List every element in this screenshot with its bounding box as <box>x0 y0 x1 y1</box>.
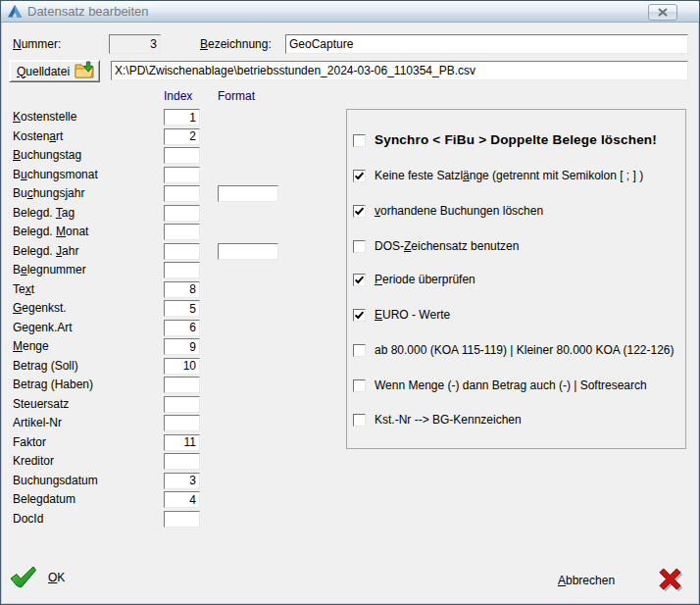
field-row: Steuersatz <box>1 395 346 415</box>
field-label: DocId <box>13 512 43 526</box>
field-label: Buchungsmonat <box>13 168 98 181</box>
field-label: Belegd. Monat <box>13 225 88 238</box>
cancel-x-icon[interactable] <box>656 567 684 593</box>
checkbox-row[interactable]: Wenn Menge (-) dann Betrag auch (-) | So… <box>353 379 647 392</box>
checkbox-label[interactable]: EURO - Werte <box>375 309 450 322</box>
field-row: Belegdatum <box>1 490 346 510</box>
cancel-label[interactable]: Abbrechen <box>558 574 615 587</box>
field-row: Buchungsjahr <box>1 184 346 204</box>
quelldatei-button-label: Quelldatei <box>17 65 70 78</box>
index-input[interactable] <box>164 473 200 489</box>
checkbox-label[interactable]: Wenn Menge (-) dann Betrag auch (-) | So… <box>375 379 647 392</box>
field-mapping-list: Kostenstelle Kostenart Buchungstag Buchu… <box>1 108 346 529</box>
field-row: Buchungsmonat <box>1 166 346 185</box>
checkbox-row[interactable]: Keine feste Satzlänge (getrennt mit Semi… <box>353 170 643 182</box>
field-label: Artikel-Nr <box>13 416 62 429</box>
field-row: Buchungsdatum <box>1 472 346 491</box>
checkbox-label[interactable]: Kst.-Nr --> BG-Kennzeichen <box>375 414 522 427</box>
checkbox-row[interactable]: DOS-Zeichensatz benutzen <box>353 240 519 253</box>
index-input[interactable] <box>164 109 200 126</box>
quelldatei-button[interactable]: Quelldatei <box>9 60 100 82</box>
index-input[interactable] <box>164 434 200 451</box>
ok-button[interactable]: OK <box>9 566 65 589</box>
checkbox-row[interactable]: vorhandene Buchungen löschen <box>353 205 543 218</box>
checkbox-label[interactable]: vorhandene Buchungen löschen <box>375 205 543 218</box>
field-label: Kostenart <box>13 129 63 143</box>
checkbox[interactable] <box>353 274 366 286</box>
index-input[interactable] <box>164 243 200 260</box>
field-label: Belegd. Tag <box>13 206 75 220</box>
checkbox[interactable] <box>353 344 366 357</box>
index-input[interactable] <box>164 358 200 375</box>
index-input[interactable] <box>164 185 200 202</box>
dialog-window: Datensatz bearbeiten Nummer: Bezeichnung… <box>0 0 700 605</box>
index-input[interactable] <box>164 491 200 508</box>
close-icon <box>657 5 669 20</box>
field-label: Gegenk.Art <box>13 321 73 334</box>
field-label: Kostenstelle <box>13 110 76 124</box>
index-input[interactable] <box>164 396 200 413</box>
field-label: Buchungstag <box>13 148 81 162</box>
field-row: Faktor <box>1 433 346 453</box>
checkbox-row[interactable]: Kst.-Nr --> BG-Kennzeichen <box>353 414 522 427</box>
field-row: Betrag (Soll) <box>1 357 346 377</box>
ok-label[interactable]: OK <box>48 571 65 584</box>
index-input[interactable] <box>164 320 200 336</box>
checkbox-row[interactable]: EURO - Werte <box>353 309 450 322</box>
index-input[interactable] <box>164 415 200 431</box>
index-input[interactable] <box>164 224 200 240</box>
field-row: Menge <box>1 337 346 357</box>
checkbox[interactable] <box>353 134 366 147</box>
ok-checkmark-icon[interactable] <box>9 566 36 589</box>
field-row: Belegd. Jahr <box>1 242 346 262</box>
index-input[interactable] <box>164 281 200 298</box>
index-input[interactable] <box>164 338 200 355</box>
field-row: DocId <box>1 510 346 529</box>
field-label: Faktor <box>13 435 46 449</box>
format-input[interactable] <box>218 243 278 260</box>
index-input[interactable] <box>164 511 200 528</box>
field-label: Betrag (Soll) <box>13 359 78 373</box>
index-input[interactable] <box>164 205 200 222</box>
checkbox-label[interactable]: Periode überprüfen <box>375 274 475 286</box>
nummer-field <box>109 34 161 54</box>
close-button[interactable] <box>648 4 677 21</box>
titlebar[interactable]: Datensatz bearbeiten <box>1 1 699 23</box>
index-input[interactable] <box>164 128 200 145</box>
checkbox-row[interactable]: Periode überprüfen <box>353 274 475 286</box>
index-input[interactable] <box>164 300 200 317</box>
field-label: Gegenkst. <box>13 301 67 315</box>
options-groupbox: Synchro < FiBu > Doppelte Belege löschen… <box>346 109 686 449</box>
checkbox[interactable] <box>353 309 366 322</box>
checkbox[interactable] <box>353 379 366 392</box>
checkbox-row[interactable]: Synchro < FiBu > Doppelte Belege löschen… <box>353 132 657 147</box>
index-column-header: Index <box>164 89 192 103</box>
quelldatei-path-field[interactable] <box>111 61 688 80</box>
field-row: Artikel-Nr <box>1 414 346 433</box>
format-input[interactable] <box>218 185 278 202</box>
open-folder-icon <box>75 61 94 81</box>
index-input[interactable] <box>164 377 200 393</box>
app-logo-icon <box>8 5 22 19</box>
checkbox[interactable] <box>353 414 366 427</box>
checkbox-label[interactable]: ab 80.000 (KOA 115-119) | Kleiner 80.000… <box>375 344 675 357</box>
checkbox[interactable] <box>353 170 366 182</box>
checkbox-label[interactable]: Synchro < FiBu > Doppelte Belege löschen… <box>375 132 657 147</box>
field-row: Text <box>1 280 346 300</box>
checkbox-label[interactable]: Keine feste Satzlänge (getrennt mit Semi… <box>375 170 643 182</box>
checkbox[interactable] <box>353 205 366 218</box>
nummer-label: Nummer: <box>13 37 61 51</box>
index-input[interactable] <box>164 262 200 278</box>
field-label: Belegnummer <box>13 263 86 277</box>
index-input[interactable] <box>164 167 200 183</box>
field-row: Belegnummer <box>1 261 346 280</box>
checkbox-label[interactable]: DOS-Zeichensatz benutzen <box>375 240 519 253</box>
field-label: Buchungsjahr <box>13 186 84 200</box>
index-input[interactable] <box>164 453 200 470</box>
index-input[interactable] <box>164 147 200 164</box>
checkbox-row[interactable]: ab 80.000 (KOA 115-119) | Kleiner 80.000… <box>353 344 675 357</box>
field-row: Kostenart <box>1 127 346 147</box>
checkbox[interactable] <box>353 240 366 253</box>
bezeichnung-field[interactable] <box>285 34 688 54</box>
field-row: Belegd. Tag <box>1 204 346 224</box>
